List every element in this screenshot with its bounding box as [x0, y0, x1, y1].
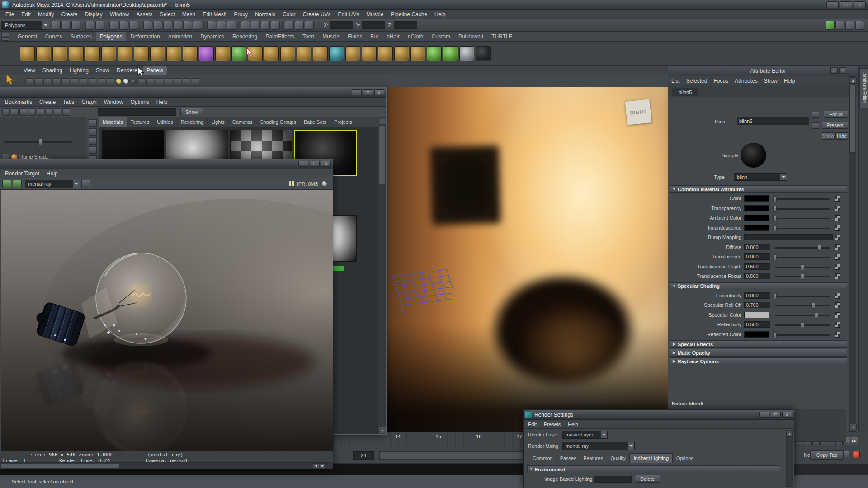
attribute-slider[interactable]	[775, 218, 830, 219]
bump-map-field[interactable]	[744, 234, 833, 240]
menu-item[interactable]: File	[2, 10, 18, 19]
auto-keyframe-icon[interactable]	[853, 451, 860, 458]
output-from-selected-icon[interactable]	[217, 21, 226, 30]
map-texture-button[interactable]	[835, 264, 840, 270]
quadrangulate-icon[interactable]	[394, 46, 409, 61]
menu-item[interactable]: Focus	[710, 77, 731, 85]
multisample-icon[interactable]	[146, 78, 154, 84]
filter-swatches-icon[interactable]	[89, 146, 97, 154]
poly-helix-icon[interactable]	[166, 46, 181, 61]
menu-item[interactable]: Selected	[683, 77, 711, 85]
panel-close-icon[interactable]: ×	[839, 67, 846, 74]
slider-handle[interactable]	[801, 322, 804, 328]
slider-handle[interactable]	[801, 264, 804, 270]
slider-handle[interactable]	[817, 245, 821, 251]
titlebar[interactable]: Autodesk Maya 2014: C:\Users\Administrat…	[0, 0, 868, 10]
section-expand-icon[interactable]	[670, 351, 678, 355]
slider-handle[interactable]	[773, 332, 777, 338]
renderer-dropdown[interactable]: mental ray	[25, 180, 80, 188]
hypershade-tab[interactable]: Utilities	[153, 117, 177, 127]
menu-item[interactable]: Help	[153, 98, 171, 106]
color-swatch[interactable]	[744, 312, 769, 318]
color-swatch[interactable]	[744, 225, 769, 231]
map-texture-button[interactable]	[835, 215, 840, 221]
menu-item[interactable]: Create UVs	[299, 10, 335, 19]
material-sample-swatch[interactable]	[741, 143, 766, 168]
maximize-button[interactable]: □	[840, 1, 852, 8]
attribute-slider[interactable]	[775, 315, 830, 316]
shelf-tab[interactable]: Animation	[164, 32, 196, 41]
shelf-tab[interactable]: Toon	[298, 32, 318, 41]
shelf-tab[interactable]: Rendering	[228, 32, 261, 41]
section-header[interactable]: Specular Shading	[670, 282, 847, 290]
slider-handle[interactable]	[773, 196, 777, 202]
copy-tab-button[interactable]: Copy Tab	[810, 450, 844, 460]
attribute-slider[interactable]	[775, 228, 830, 229]
map-texture-button[interactable]	[835, 312, 840, 318]
hypershade-tab[interactable]: Textures	[127, 117, 154, 127]
color-swatch[interactable]	[744, 205, 769, 211]
ibl-node-field[interactable]	[594, 476, 632, 483]
soft-select-icon[interactable]	[305, 21, 314, 30]
render-view-titlebar[interactable]: –□×	[0, 159, 333, 169]
scroll-down-icon[interactable]: ▼	[379, 427, 386, 433]
uv-checker-sphere-icon[interactable]	[476, 46, 491, 61]
select-camera-icon[interactable]	[25, 78, 33, 84]
gate-mask-icon[interactable]	[192, 78, 199, 84]
shelf-tab[interactable]: General	[14, 32, 41, 41]
close-button[interactable]: ×	[854, 1, 866, 8]
menu-item[interactable]: Create	[57, 10, 81, 19]
clear-graph-icon[interactable]	[19, 108, 27, 116]
hypershade-scrollbar[interactable]: ▲ ▼	[378, 117, 386, 434]
menu-item[interactable]: Muscle	[363, 10, 387, 19]
hypershade-tab[interactable]: Shading Groups	[256, 117, 300, 127]
selected-plane-wireframe[interactable]	[390, 268, 453, 315]
attribute-editor-side-tab[interactable]: Attribute Editor	[859, 68, 868, 108]
render-settings-tab[interactable]: Features	[580, 454, 607, 463]
image-plane-icon[interactable]	[61, 78, 69, 84]
attribute-slider[interactable]	[775, 247, 830, 249]
attribute-slider[interactable]	[775, 198, 830, 200]
section-expand-icon[interactable]	[670, 284, 678, 288]
map-texture-button[interactable]	[835, 302, 840, 308]
section-header[interactable]: Special Effects	[670, 340, 847, 348]
minimize-button[interactable]: –	[760, 412, 769, 418]
camera-attributes-icon[interactable]	[43, 78, 51, 84]
section-expand-icon[interactable]	[670, 342, 678, 346]
section-header[interactable]: Common Material Attributes	[670, 185, 847, 193]
show-input-connections-icon[interactable]	[45, 108, 53, 116]
select-by-object-icon[interactable]	[119, 21, 128, 30]
ipr-render-icon[interactable]	[13, 180, 22, 188]
close-button[interactable]: ×	[374, 89, 384, 95]
character-female-icon[interactable]	[443, 46, 458, 61]
boolean-difference-icon[interactable]	[313, 46, 328, 61]
attribute-slider[interactable]	[775, 296, 830, 297]
shelf-tab-arrow-icon[interactable]	[1, 33, 9, 36]
swatch-list-icon[interactable]	[11, 108, 19, 116]
render-current-frame-icon[interactable]	[251, 21, 260, 30]
scroll-up-icon[interactable]: ▲	[787, 431, 793, 437]
hypershade-tab[interactable]: Projects	[330, 117, 356, 127]
snap-to-curve-icon[interactable]	[153, 21, 162, 30]
poly-cone-icon[interactable]	[69, 46, 84, 61]
menu-item[interactable]: Edit	[18, 10, 34, 19]
select-by-hierarchy-icon[interactable]	[109, 21, 118, 30]
channel-box-toggle-icon[interactable]	[855, 21, 864, 30]
render-settings-scrollbar[interactable]: ▲	[786, 430, 793, 487]
menu-item[interactable]: Modify	[34, 10, 57, 19]
snapshot-icon[interactable]	[81, 180, 90, 188]
map-texture-button[interactable]	[835, 235, 840, 240]
minimize-button[interactable]: –	[826, 1, 839, 8]
poly-cylinder-icon[interactable]	[52, 46, 67, 61]
color-swatch[interactable]	[744, 215, 769, 221]
menu-item[interactable]: Assets	[132, 10, 156, 19]
attribute-slider[interactable]	[775, 305, 830, 306]
character-male-icon[interactable]	[427, 46, 442, 61]
close-button[interactable]: ×	[782, 412, 792, 418]
render-settings-tab[interactable]: Indirect Lighting	[629, 453, 673, 463]
shelf-menu-icon[interactable]	[1, 37, 9, 41]
shelf-tab[interactable]: Deformation	[126, 32, 164, 41]
map-texture-button[interactable]	[835, 293, 840, 299]
shadows-icon[interactable]	[123, 78, 129, 84]
poly-platonic-icon[interactable]	[199, 46, 214, 61]
